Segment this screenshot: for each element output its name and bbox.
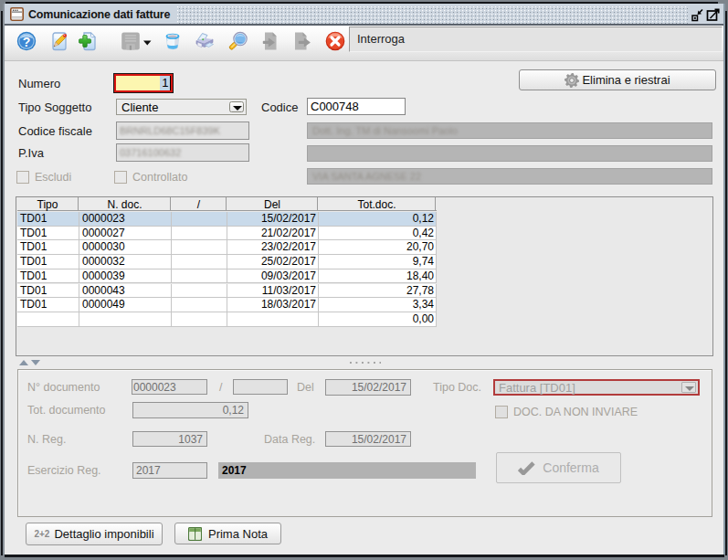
svg-text:?: ? [23,35,31,49]
